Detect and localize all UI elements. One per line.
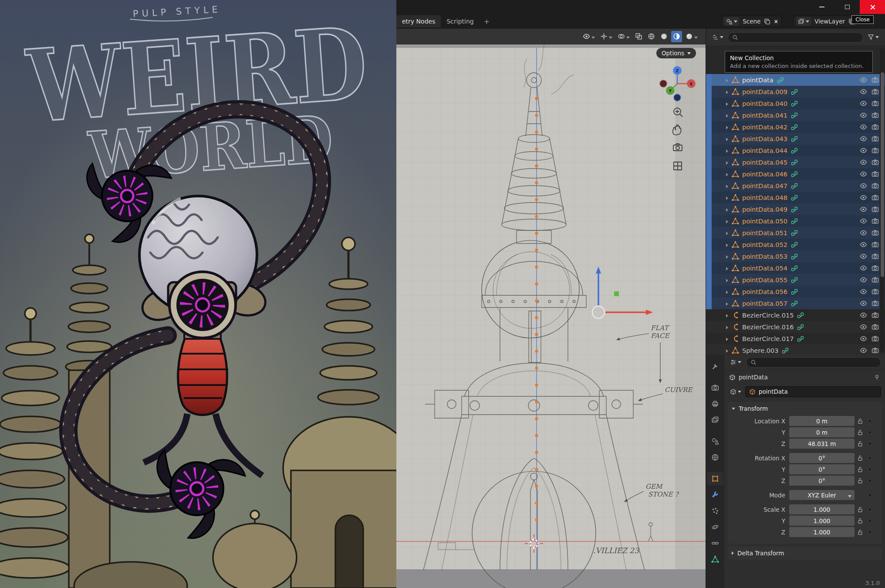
minimize-button[interactable] <box>809 0 834 14</box>
disable-in-renders-icon[interactable] <box>871 194 879 201</box>
object-name[interactable]: pointData.042 <box>742 124 787 131</box>
animate-property-dot[interactable] <box>868 468 871 471</box>
disable-in-renders-icon[interactable] <box>871 288 879 295</box>
lock-open-icon[interactable] <box>857 506 864 513</box>
hide-in-viewport-icon[interactable] <box>860 253 867 260</box>
value-field[interactable]: 1.000 <box>789 504 855 514</box>
animate-property-dot[interactable] <box>868 508 871 511</box>
close-button[interactable] <box>860 0 885 14</box>
properties-tab-scene[interactable] <box>707 435 723 448</box>
unlink-scene-icon[interactable] <box>774 19 778 23</box>
outliner-row-pointdata-042[interactable]: pointData.042 <box>706 121 885 133</box>
expand-arrow-icon[interactable] <box>726 335 728 342</box>
hide-in-viewport-icon[interactable] <box>860 217 867 225</box>
expand-arrow-icon[interactable] <box>726 324 728 331</box>
hide-in-viewport-icon[interactable] <box>860 170 867 178</box>
value-field[interactable]: 1.000 <box>789 527 855 537</box>
value-field[interactable]: 0 m <box>789 416 855 426</box>
workspace-tab-scripting[interactable]: Scripting <box>441 15 479 27</box>
view-layer-browse-button[interactable] <box>796 17 811 26</box>
outliner-row-pointdata-040[interactable]: pointData.040 <box>706 98 885 109</box>
animate-property-dot[interactable] <box>868 431 871 434</box>
properties-tab-world[interactable] <box>707 451 723 464</box>
outliner-row-pointdata-045[interactable]: pointData.045 <box>706 156 885 168</box>
object-name[interactable]: pointData.009 <box>742 88 787 95</box>
properties-tab-output[interactable] <box>707 397 723 410</box>
hide-in-viewport-icon[interactable] <box>860 147 867 154</box>
disable-in-renders-icon[interactable] <box>871 147 879 154</box>
disable-in-renders-icon[interactable] <box>871 100 879 107</box>
disable-in-renders-icon[interactable] <box>871 264 879 272</box>
object-name[interactable]: pointData.045 <box>742 159 787 166</box>
hide-in-viewport-icon[interactable] <box>860 135 867 142</box>
hide-in-viewport-icon[interactable] <box>860 194 867 201</box>
disable-in-renders-icon[interactable] <box>871 323 879 331</box>
expand-arrow-icon[interactable] <box>726 77 728 84</box>
properties-tab-particles[interactable] <box>707 504 723 517</box>
new-scene-icon[interactable] <box>764 18 770 25</box>
object-name[interactable]: pointData.051 <box>742 230 787 237</box>
outliner-row-pointdata-052[interactable]: pointData.052 <box>706 239 885 250</box>
expand-arrow-icon[interactable] <box>726 182 728 189</box>
expand-arrow-icon[interactable] <box>726 230 728 237</box>
transform-panel-header[interactable]: Transform <box>727 402 882 415</box>
object-name[interactable]: pointData.047 <box>742 182 787 189</box>
properties-editor-type-button[interactable] <box>728 358 743 367</box>
object-name[interactable]: Sphere.003 <box>742 347 778 354</box>
outliner-row-pointdata-044[interactable]: pointData.044 <box>706 145 885 156</box>
add-workspace-button[interactable]: + <box>480 17 494 26</box>
viewport-header-icon-shading-solid[interactable] <box>659 31 669 42</box>
disable-in-renders-icon[interactable] <box>871 300 879 307</box>
expand-arrow-icon[interactable] <box>726 112 728 119</box>
properties-tab-object[interactable] <box>707 472 723 485</box>
expand-arrow-icon[interactable] <box>726 206 728 213</box>
expand-arrow-icon[interactable] <box>726 171 728 178</box>
viewport-header-icon-overlays[interactable] <box>616 31 632 42</box>
outliner-row-pointdata[interactable]: pointData <box>706 74 885 86</box>
disable-in-renders-icon[interactable] <box>871 88 879 95</box>
disable-in-renders-icon[interactable] <box>871 241 879 248</box>
options-dropdown[interactable]: Options <box>656 48 696 58</box>
properties-tab-constraints[interactable] <box>707 537 723 550</box>
animate-property-dot[interactable] <box>868 442 871 445</box>
hide-in-viewport-icon[interactable] <box>860 76 867 84</box>
value-field[interactable]: 0 m <box>789 427 855 437</box>
lock-open-icon[interactable] <box>857 517 864 524</box>
maximize-button[interactable] <box>834 0 860 14</box>
view-layer-selector[interactable]: ViewLayer <box>793 16 858 27</box>
outliner-row-pointdata-057[interactable]: pointData.057 <box>706 297 885 309</box>
hide-in-viewport-icon[interactable] <box>860 311 867 319</box>
hide-in-viewport-icon[interactable] <box>860 123 867 131</box>
expand-arrow-icon[interactable] <box>726 253 728 260</box>
value-field[interactable]: XYZ Euler <box>789 490 855 500</box>
animate-property-dot[interactable] <box>868 519 871 522</box>
breadcrumb-object-name[interactable]: pointData <box>739 374 768 381</box>
properties-search-input[interactable] <box>746 357 881 368</box>
scene-selector[interactable]: Scene <box>721 16 782 27</box>
viewport-header-icon-shading-rendered[interactable] <box>684 31 699 42</box>
object-name[interactable]: pointData.056 <box>742 288 787 295</box>
disable-in-renders-icon[interactable] <box>871 123 879 131</box>
disable-in-renders-icon[interactable] <box>871 276 879 284</box>
properties-tab-physics[interactable] <box>707 520 723 534</box>
expand-arrow-icon[interactable] <box>726 218 728 225</box>
outliner-row-pointdata-054[interactable]: pointData.054 <box>706 262 885 274</box>
lock-open-icon[interactable] <box>857 440 864 447</box>
viewport-header-icon-shading-wireframe[interactable] <box>646 31 657 42</box>
hide-in-viewport-icon[interactable] <box>860 347 867 354</box>
object-name[interactable]: pointData.041 <box>742 112 787 119</box>
properties-tab-render[interactable] <box>707 381 723 394</box>
outliner-row-pointdata-009[interactable]: pointData.009 <box>706 86 885 98</box>
object-name-field[interactable]: pointData <box>745 386 881 397</box>
expand-arrow-icon[interactable] <box>726 347 728 354</box>
disable-in-renders-icon[interactable] <box>871 76 879 84</box>
object-name[interactable]: pointData.057 <box>742 300 787 307</box>
properties-tab-object-data[interactable] <box>707 553 723 566</box>
expand-arrow-icon[interactable] <box>726 265 728 272</box>
object-name[interactable]: pointData.048 <box>742 194 787 201</box>
value-field[interactable]: 0° <box>789 464 855 474</box>
object-name[interactable]: pointData <box>742 77 774 84</box>
lock-open-icon[interactable] <box>857 477 864 484</box>
object-name[interactable]: pointData.053 <box>742 253 787 260</box>
outliner-row-pointdata-056[interactable]: pointData.056 <box>706 286 885 297</box>
